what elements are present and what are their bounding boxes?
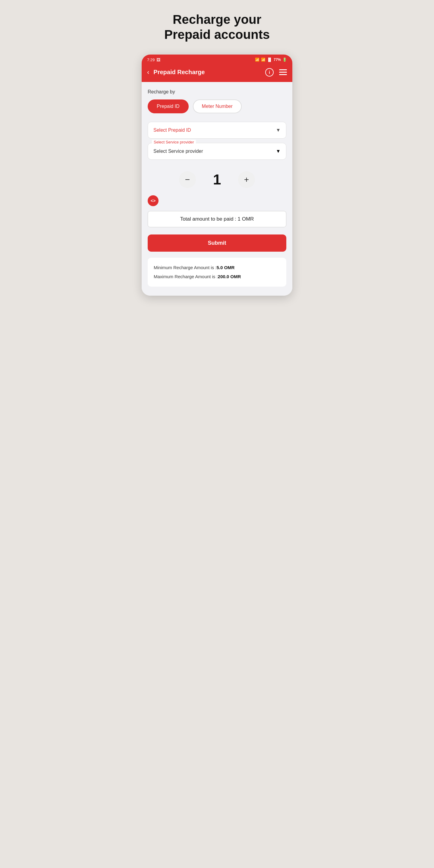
service-provider-floating-label: Select Service provider: [152, 140, 196, 144]
service-chevron-down-icon: ▼: [276, 149, 281, 154]
counter-value: 1: [208, 171, 226, 188]
prepaid-id-toggle[interactable]: Prepaid ID: [148, 99, 189, 113]
max-recharge-row: Maximum Recharge Amount is :200.0 OMR: [154, 272, 280, 281]
back-button[interactable]: ‹: [147, 69, 149, 76]
min-recharge-label: Minimum Recharge Amount is :: [154, 265, 216, 270]
toggle-group: Prepaid ID Meter Number: [148, 99, 286, 113]
chevron-down-icon: ▼: [276, 127, 281, 133]
status-bar: 7:29 🖼 📶 📶 ▐▌ 77% 🔋: [142, 55, 292, 64]
image-icon: 🖼: [156, 58, 160, 62]
page-wrapper: Recharge your Prepaid accounts 7:29 🖼 📶 …: [142, 12, 292, 296]
signal-icon-1: 📶: [261, 58, 266, 62]
signal-bars-icon: ▐▌: [267, 58, 272, 62]
recharge-by-label: Recharge by: [148, 89, 286, 95]
app-bar-icons: i: [265, 68, 287, 76]
recharge-info-box: Minimum Recharge Amount is :5.0 OMR Maxi…: [148, 258, 286, 287]
status-bar-left: 7:29 🖼: [147, 58, 160, 62]
select-service-provider-dropdown[interactable]: Select Service provider ▼: [148, 143, 286, 160]
menu-button[interactable]: [279, 69, 287, 75]
status-bar-right: 📶 📶 ▐▌ 77% 🔋: [255, 58, 287, 62]
app-bar-title: Prepaid Recharge: [153, 69, 265, 76]
wifi-icon: 📶: [255, 58, 259, 62]
content-area: Recharge by Prepaid ID Meter Number Sele…: [142, 82, 292, 296]
total-amount-box: Total amount to be paid : 1 OMR: [148, 211, 286, 227]
increment-button[interactable]: +: [238, 171, 255, 188]
info-button[interactable]: i: [265, 68, 274, 76]
phone-frame: 7:29 🖼 📶 📶 ▐▌ 77% 🔋 ‹ Prepaid Recharge i: [142, 55, 292, 296]
select-prepaid-id-text: Select Prepaid ID: [153, 127, 191, 133]
battery-icon: 🔋: [282, 58, 287, 62]
menu-line-3: [279, 74, 287, 75]
max-recharge-label: Maximum Recharge Amount is :: [154, 274, 218, 279]
min-recharge-value: 5.0 OMR: [216, 265, 235, 270]
select-service-provider-wrapper: Select Service provider Select Service p…: [148, 143, 286, 160]
meter-number-toggle[interactable]: Meter Number: [193, 99, 242, 113]
app-bar: ‹ Prepaid Recharge i: [142, 64, 292, 82]
select-prepaid-id-dropdown[interactable]: Select Prepaid ID ▼: [148, 122, 286, 138]
submit-button[interactable]: Submit: [148, 235, 286, 252]
menu-line-1: [279, 69, 287, 70]
time-display: 7:29: [147, 58, 155, 62]
page-title: Recharge your Prepaid accounts: [164, 12, 270, 42]
battery-display: 77%: [274, 58, 281, 62]
select-service-provider-text: Select Service provider: [153, 149, 203, 154]
counter-section: − 1 +: [148, 168, 286, 191]
code-icon-button[interactable]: <>: [148, 195, 158, 206]
min-recharge-row: Minimum Recharge Amount is :5.0 OMR: [154, 263, 280, 272]
decrement-button[interactable]: −: [179, 171, 196, 188]
menu-line-2: [279, 72, 287, 73]
max-recharge-value: 200.0 OMR: [218, 274, 241, 279]
